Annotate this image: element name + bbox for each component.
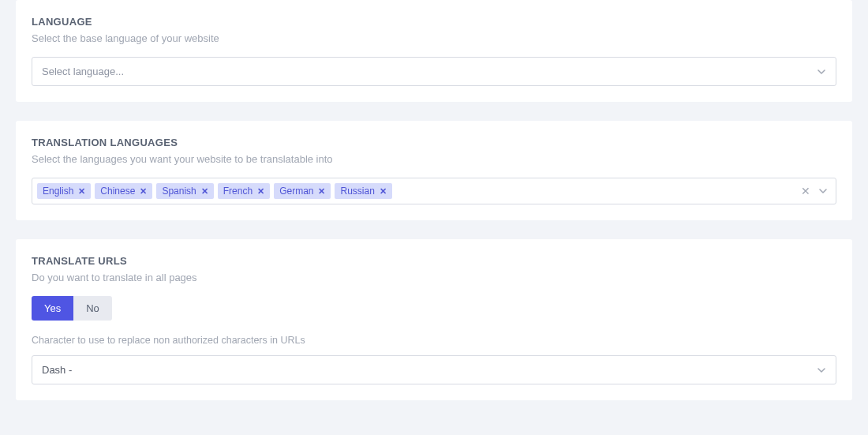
- tag-label: Spanish: [162, 186, 196, 197]
- urls-title: TRANSLATE URLS: [32, 255, 836, 267]
- translation-multiselect[interactable]: English✕Chinese✕Spanish✕French✕German✕Ru…: [32, 178, 836, 204]
- chevron-down-icon: [817, 366, 826, 375]
- language-tag: Chinese✕: [95, 183, 152, 199]
- tag-label: German: [279, 186, 313, 197]
- language-tag: French✕: [218, 183, 270, 199]
- language-subtitle: Select the base language of your website: [32, 32, 836, 44]
- tag-label: English: [43, 186, 73, 197]
- tag-label: Chinese: [100, 186, 135, 197]
- url-char-label: Character to use to replace non authoriz…: [32, 335, 836, 346]
- remove-tag-icon[interactable]: ✕: [140, 187, 147, 196]
- remove-tag-icon[interactable]: ✕: [78, 187, 85, 196]
- translation-subtitle: Select the languages you want your websi…: [32, 153, 836, 165]
- tag-label: French: [223, 186, 253, 197]
- language-tag: English✕: [37, 183, 91, 199]
- language-tag: Spanish✕: [156, 183, 213, 199]
- translate-urls-toggle: Yes No: [32, 296, 112, 321]
- language-tag: Russian✕: [335, 183, 391, 199]
- remove-tag-icon[interactable]: ✕: [201, 187, 208, 196]
- language-title: LANGUAGE: [32, 16, 836, 28]
- url-char-select[interactable]: Dash -: [32, 355, 836, 384]
- language-section: LANGUAGE Select the base language of you…: [16, 0, 852, 102]
- remove-tag-icon[interactable]: ✕: [380, 187, 387, 196]
- translation-section: TRANSLATION LANGUAGES Select the languag…: [16, 121, 852, 220]
- translate-urls-section: TRANSLATE URLS Do you want to translate …: [16, 239, 852, 400]
- chevron-down-icon: [817, 67, 826, 77]
- language-select[interactable]: Select language...: [32, 57, 836, 86]
- chevron-down-icon[interactable]: [818, 186, 828, 196]
- clear-all-icon[interactable]: ✕: [801, 186, 810, 197]
- toggle-yes-button[interactable]: Yes: [32, 296, 73, 321]
- language-select-placeholder: Select language...: [42, 66, 124, 77]
- language-tag: German✕: [274, 183, 331, 199]
- toggle-no-button[interactable]: No: [73, 296, 112, 321]
- tag-label: Russian: [340, 186, 374, 197]
- remove-tag-icon[interactable]: ✕: [318, 187, 325, 196]
- translation-title: TRANSLATION LANGUAGES: [32, 137, 836, 148]
- urls-subtitle: Do you want to translate in all pages: [32, 272, 836, 283]
- remove-tag-icon[interactable]: ✕: [257, 187, 264, 196]
- url-char-value: Dash -: [42, 364, 72, 376]
